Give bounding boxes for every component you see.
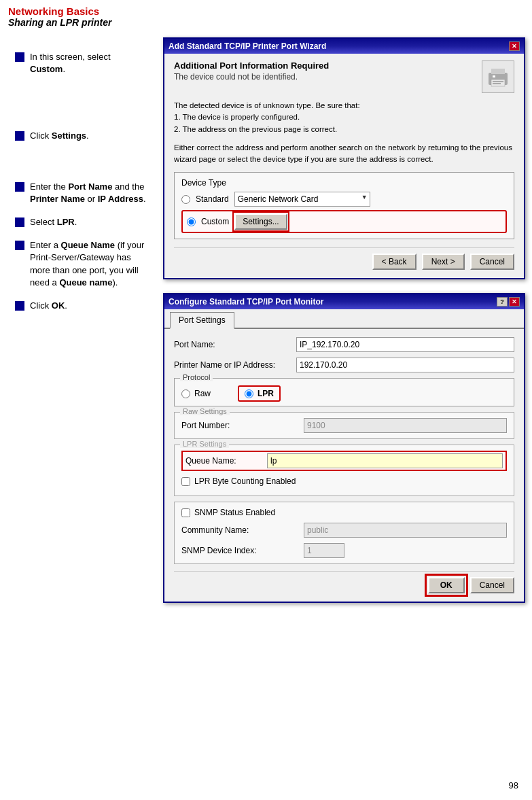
queue-name-input[interactable] (267, 453, 503, 468)
lpr-byte-counting-label: LPR Byte Counting Enabled (194, 476, 296, 486)
dialog1-body1: The detected device is of unknown type. … (174, 100, 514, 135)
instructions-section1: In this screen, select Custom. Click Set… (15, 37, 148, 143)
dialog2-title: Configure Standard TCP/IP Port Monitor (169, 297, 323, 307)
instructions-section2: Enter the Port Name and the Printer Name… (15, 154, 148, 313)
bullet-icon-5 (15, 241, 24, 250)
custom-radio[interactable] (187, 218, 196, 226)
raw-radio[interactable] (181, 389, 190, 398)
instruction-item-5: Enter a Queue Name (if your Print-Server… (15, 239, 148, 289)
back-button[interactable]: < Back (372, 254, 416, 270)
bullet-icon-4 (15, 218, 24, 227)
snmp-index-label: SNMP Device Index: (181, 546, 304, 555)
instruction-text-5: Enter a Queue Name (if your Print-Server… (30, 239, 148, 289)
standard-radio-row: Standard Generic Network Card (181, 192, 507, 207)
community-name-row: Community Name: (181, 523, 507, 538)
bullet-icon-6 (15, 301, 24, 311)
lpr-radio-wrap: LPR (238, 385, 281, 402)
dialog1-header: Additional Port Information Required The… (174, 60, 514, 93)
cancel-button[interactable]: Cancel (470, 254, 514, 270)
printer-icon (482, 60, 514, 93)
dialog1-header-subtitle: The device could not be identified. (174, 72, 475, 82)
instruction-text-3: Enter the Port Name and the Printer Name… (30, 181, 148, 205)
lpr-radio[interactable] (245, 389, 253, 398)
instructions-column: In this screen, select Custom. Click Set… (7, 31, 156, 623)
dialog2-buttons: OK Cancel (174, 571, 514, 593)
svg-rect-3 (493, 75, 495, 77)
svg-rect-4 (493, 81, 503, 82)
snmp-status-checkbox[interactable] (181, 508, 190, 517)
instruction-text-6: Click OK. (30, 300, 67, 312)
dialog1-buttons: < Back Next > Cancel (174, 247, 514, 270)
raw-label: Raw (194, 389, 211, 398)
snmp-group: SNMP Status Enabled Community Name: SNMP… (174, 502, 514, 564)
dialog1-content: Additional Port Information Required The… (164, 54, 524, 278)
dialog1-body4: Either correct the address and perform a… (174, 142, 514, 166)
instruction-text-1: In this screen, select Custom. (30, 51, 148, 75)
raw-settings-group: Raw Settings Port Number: (174, 412, 514, 439)
instruction-item-6: Click OK. (15, 300, 148, 312)
lpr-settings-group: LPR Settings Queue Name: LPR Byte Counti… (174, 445, 514, 496)
instruction-text-2: Click Settings. (30, 130, 89, 142)
protocol-legend: Protocol (180, 373, 213, 381)
community-name-label: Community Name: (181, 525, 304, 535)
port-name-input[interactable] (296, 337, 514, 352)
bullet-icon-2 (15, 131, 24, 141)
page-number: 98 (509, 780, 518, 790)
snmp-status-row: SNMP Status Enabled (181, 508, 507, 517)
dialog2-titlebar: Configure Standard TCP/IP Port Monitor ?… (164, 294, 524, 309)
page-subtitle: Sharing an LPR printer (8, 17, 524, 28)
dialog1-title: Add Standard TCP/IP Printer Port Wizard (169, 41, 326, 51)
device-type-label: Device Type (181, 178, 507, 188)
ok-button[interactable]: OK (428, 577, 465, 593)
port-number-input[interactable] (304, 418, 507, 433)
dialog2-titlebar-buttons: ? ✕ (497, 297, 520, 307)
custom-radio-row: Custom Settings... (181, 210, 507, 233)
protocol-row: Raw LPR (181, 383, 507, 402)
raw-settings-legend: Raw Settings (180, 407, 230, 415)
next-button[interactable]: Next > (422, 254, 465, 270)
dialog-1: Add Standard TCP/IP Printer Port Wizard … (163, 37, 525, 279)
device-type-group: Device Type Standard Generic Network Car… (174, 172, 514, 239)
dialog1-close-button[interactable]: ✕ (509, 41, 520, 51)
lpr-settings-legend: LPR Settings (180, 440, 229, 448)
snmp-index-input[interactable] (304, 543, 344, 558)
main-layout: In this screen, select Custom. Click Set… (0, 31, 532, 623)
custom-label: Custom (201, 217, 229, 226)
tab-port-settings[interactable]: Port Settings (170, 312, 234, 329)
instruction-item-2: Click Settings. (15, 130, 148, 142)
instruction-item-1: In this screen, select Custom. (15, 51, 148, 75)
snmp-index-row: SNMP Device Index: (181, 543, 507, 558)
lpr-label: LPR (258, 389, 274, 398)
standard-radio[interactable] (181, 195, 190, 204)
dialog2-close-button[interactable]: ✕ (509, 297, 520, 307)
snmp-status-label: SNMP Status Enabled (194, 508, 275, 517)
bullet-icon-1 (15, 52, 24, 62)
settings-button[interactable]: Settings... (234, 213, 287, 230)
bullet-icon-3 (15, 182, 24, 192)
printer-name-input[interactable] (296, 358, 514, 372)
instruction-item-3: Enter the Port Name and the Printer Name… (15, 181, 148, 205)
port-number-label: Port Number: (181, 421, 304, 430)
community-name-input[interactable] (304, 523, 507, 538)
svg-rect-1 (491, 69, 505, 74)
dialog2-help-button[interactable]: ? (497, 297, 508, 307)
printer-svg (486, 65, 510, 89)
instruction-text-4: Select LPR. (30, 216, 77, 228)
dialog1-header-title: Additional Port Information Required (174, 60, 475, 71)
standard-label: Standard (196, 194, 229, 204)
dialog-2: Configure Standard TCP/IP Port Monitor ?… (163, 293, 525, 603)
dialog2-cancel-button[interactable]: Cancel (470, 577, 514, 593)
dialog-area: Add Standard TCP/IP Printer Port Wizard … (156, 31, 525, 623)
port-number-row: Port Number: (181, 418, 507, 433)
port-name-row: Port Name: (174, 337, 514, 352)
standard-dropdown-wrapper: Generic Network Card (234, 192, 370, 207)
raw-radio-row: Raw (181, 389, 211, 398)
printer-name-label: Printer Name or IP Address: (174, 360, 296, 370)
port-name-label: Port Name: (174, 340, 296, 349)
dialog1-header-text: Additional Port Information Required The… (174, 60, 475, 82)
lpr-byte-counting-checkbox[interactable] (181, 477, 190, 486)
standard-dropdown[interactable]: Generic Network Card (234, 192, 370, 207)
page-title: Networking Basics (8, 5, 524, 17)
tab-bar: Port Settings (164, 309, 524, 329)
page-header: Networking Basics Sharing an LPR printer (0, 0, 532, 31)
